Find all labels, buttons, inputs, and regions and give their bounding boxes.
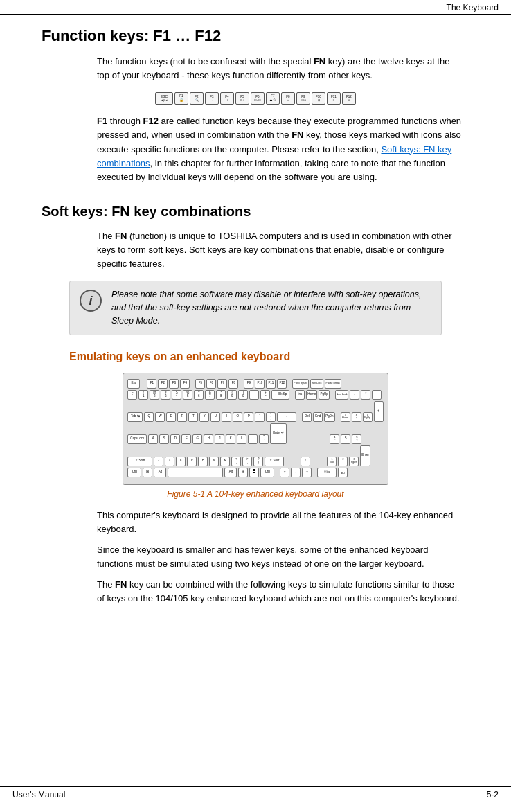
ekey-q: Q — [144, 412, 154, 422]
ekbd-row-bottom: Ctrl ⊞ Alt Alt ⊞ ≣ Ctrl ← ↓ → 0 Ins .Del — [127, 468, 383, 477]
ekey-pause: Pause Break — [325, 379, 341, 389]
ekey-enter: Enter ↵ — [270, 423, 287, 444]
ekey-7: &7 — [205, 390, 215, 400]
f1-key: F1🔒 — [174, 92, 188, 105]
ekey-f11: F11 — [266, 379, 276, 389]
ekey-num5: 5 — [341, 434, 350, 444]
f11-key: F11≡ — [327, 92, 341, 105]
ekey-pgdn: PgDn — [324, 412, 334, 422]
soft-keys-para1: The FN (function) is unique to TOSHIBA c… — [97, 229, 463, 271]
ekey-i: I — [222, 412, 231, 422]
ekey-quote: "' — [259, 434, 269, 444]
ekey-end: End — [313, 412, 323, 422]
ekey-shift-right: ⇧ Shift — [265, 457, 284, 466]
figure-caption: Figure 5-1 A 104-key enhanced keyboard l… — [97, 489, 414, 499]
page-content: Function keys: F1 … F12 The function key… — [0, 15, 511, 626]
ekey-e: E — [166, 412, 176, 422]
ekey-right: → — [302, 468, 312, 477]
ekbd-row-asdf: CapsLock A S D F G H J K L :; "' Enter ↵… — [127, 423, 383, 444]
ekey-j: J — [215, 434, 224, 444]
ekey-d: D — [170, 434, 180, 444]
ekey-space — [168, 468, 223, 477]
ekey-esc: Esc — [127, 379, 140, 389]
ekey-numdiv: / — [350, 390, 359, 400]
function-keys-para2: F1 through F12 are called function keys … — [97, 114, 463, 184]
ekey-tilde: ~` — [127, 390, 137, 400]
ekey-8: *8 — [216, 390, 226, 400]
emulating-para3: The FN key can be combined with the foll… — [97, 578, 463, 606]
ekey-u: U — [210, 412, 220, 422]
ekey-f6: F6 — [206, 379, 216, 389]
ekey-win-left: ⊞ — [143, 468, 152, 477]
ekey-home: Home — [306, 390, 317, 400]
function-keys-image: ESC◄)/◄ F1🔒 F2🔍 F3→ F4✦ F5▼☆ F6☐/☐ F7▲☆ … — [97, 92, 414, 105]
ekey-numdel: .Del — [338, 468, 348, 477]
f10-key: F10⊡ — [312, 92, 325, 105]
function-keys-heading: Function keys: F1 … F12 — [42, 27, 469, 45]
f8-key: F8⋈ — [281, 92, 295, 105]
ekey-left: ← — [280, 468, 289, 477]
ekey-f12: F12 — [277, 379, 287, 389]
ekey-num2: 2↓ — [338, 457, 348, 466]
ekey-a: A — [148, 434, 158, 444]
enhanced-keyboard-image: Esc F1 F2 F3 F4 F5 F6 F7 F8 F9 F10 F11 F… — [97, 373, 414, 499]
ekey-alt-right: Alt — [224, 468, 237, 477]
emulating-para2: Since the keyboard is smaller and has fe… — [97, 543, 463, 571]
ekey-num0: 0 Ins — [317, 468, 337, 477]
ekey-numadd: + — [374, 401, 384, 422]
ekey-down: ↓ — [291, 468, 301, 477]
ekey-shift-left: ⇧ Shift — [127, 457, 152, 466]
ekey-9: (9 — [227, 390, 237, 400]
f7-key: F7▲☆ — [266, 92, 280, 105]
f2-key: F2🔍 — [190, 92, 204, 105]
ekey-f10: F10 — [255, 379, 265, 389]
ekey-comma: <, — [231, 457, 241, 466]
ekey-z: Z — [154, 457, 163, 466]
ekey-f5: F5 — [195, 379, 205, 389]
ekey-f: F — [181, 434, 191, 444]
f9-key: F9☐/⊙ — [296, 92, 310, 105]
ekey-up: ↑ — [301, 457, 310, 466]
ekey-backslash: |\ — [277, 412, 296, 422]
ekey-k: K — [226, 434, 235, 444]
ekey-menu: ≣ — [249, 468, 259, 477]
ekey-num9: 9PgUp — [363, 412, 373, 422]
ekey-equals: += — [260, 390, 270, 400]
ekey-o: O — [233, 412, 242, 422]
ekey-s: S — [159, 434, 169, 444]
header-title: The Keyboard — [447, 3, 499, 12]
ekey-numsub: - — [372, 390, 382, 400]
ekey-numlock: Num Lock — [335, 390, 349, 400]
ekey-scroll: Scrl Lock — [310, 379, 323, 389]
emulating-heading: Emulating keys on an enhanced keyboard — [69, 351, 469, 363]
info-icon: i — [80, 290, 102, 312]
ekey-num1: 1End — [327, 457, 337, 466]
f12-key: F12[#] — [342, 92, 356, 105]
ekey-3: #3 — [161, 390, 170, 400]
ekey-lbracket: {[ — [255, 412, 265, 422]
ekey-p: P — [244, 412, 253, 422]
ekbd-row-zxcv: ⇧ Shift Z X C V B N M <, >. ?/ ⇧ Shift ↑… — [127, 445, 383, 466]
soft-keys-link[interactable]: Soft keys: FN key combinations — [97, 144, 451, 168]
ekey-m: M — [220, 457, 230, 466]
ekey-period: >. — [242, 457, 252, 466]
ekey-f1: F1 — [147, 379, 156, 389]
ekey-pgup: PgUp — [319, 390, 329, 400]
ekey-h: H — [204, 434, 213, 444]
emulating-para1: This computer's keyboard is designed to … — [97, 509, 463, 536]
ekey-num3: 3PgDn — [349, 457, 359, 466]
info-box-text: Please note that some software may disab… — [111, 288, 431, 327]
ekey-numenter: Enter — [360, 445, 370, 466]
info-box: i Please note that some software may dis… — [69, 281, 442, 335]
ekey-n: N — [209, 457, 219, 466]
ekey-prtsc: PrtSc SysRq — [292, 379, 309, 389]
ekey-num8: 8↑ — [352, 412, 361, 422]
f6-key: F6☐/☐ — [251, 92, 265, 105]
ekey-v: V — [187, 457, 197, 466]
esc-key: ESC◄)/◄ — [155, 92, 173, 105]
ekey-r: R — [177, 412, 187, 422]
ekbd-row-qwerty: Tab ↹ Q W E R T Y U I O P {[ }] |\ Del E… — [127, 401, 383, 422]
ekey-5: %5 — [183, 390, 192, 400]
f4-key: F4✦ — [220, 92, 234, 105]
ekey-f7: F7 — [217, 379, 227, 389]
